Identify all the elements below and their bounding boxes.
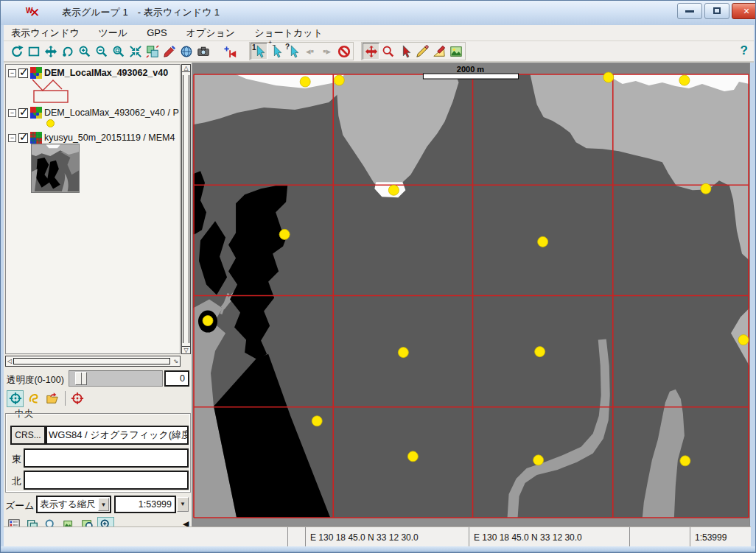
status-scale-cell: 1:53999 [690,527,751,547]
scroll-up-icon[interactable]: △ [182,65,190,72]
horizontal-scroll-thumb[interactable] [13,358,170,364]
menu-tools[interactable]: ツール [97,25,137,41]
scroll-right-icon[interactable]: ⇘ [172,358,180,364]
close-button[interactable]: ✕ [732,3,756,19]
zoom-box-tool-button[interactable] [379,43,396,60]
north-input[interactable] [24,471,189,490]
pan-button[interactable] [42,43,59,60]
east-input[interactable] [24,448,189,468]
transparency-slider-thumb[interactable] [75,372,87,385]
collapse-icon[interactable]: − [8,69,16,77]
zoom-1to1-button[interactable] [127,43,144,60]
layer-label[interactable]: DEM_LocalMax_493062_v40 / P [44,108,179,118]
vertical-scroll-thumb[interactable] [183,75,189,343]
raster-object-icon [30,132,42,144]
zoom-scale-field[interactable]: 1:53999 [114,496,176,513]
raster-thumbnail [31,144,80,193]
crosshair-red-button[interactable] [69,390,85,407]
zoom-mode-dropdown[interactable]: 表示する縮尺 ▼ [36,496,111,513]
map-tool-group [361,42,466,60]
open-position-button[interactable] [43,390,60,407]
layer-row-3[interactable]: − kyusyu_50m_20151119 / MEM4 [7,131,175,144]
chevron-down-icon[interactable]: ▼ [98,498,109,511]
plus-minus-label: ⁺₋ [268,41,276,46]
raster-layer [193,63,749,526]
full-extent-button[interactable] [25,43,42,60]
geolocate-button[interactable] [178,43,195,60]
add-layer-button[interactable] [222,43,239,60]
collapse-icon[interactable]: − [8,109,16,117]
layer-panel: − DEM_LocalMax_493062_v40 − DEM_LocalMax… [4,63,192,526]
menu-bar: 表示ウィンドウ ツール GPS オプション ショートカット [4,25,754,41]
zoom-scale-dropdown-button[interactable]: ▼ [177,497,189,512]
minimize-button[interactable] [677,3,702,19]
snapshot-button[interactable] [195,43,211,60]
window-title: 表示グループ 1 - 表示ウィンドウ 1 [62,6,220,19]
layer-visibility-checkbox[interactable] [18,68,28,78]
step-forward-icon: ▪▸ [323,46,331,57]
status-empty-cell [630,527,690,547]
center-target-button[interactable] [7,390,24,407]
vector-legend [28,78,75,105]
scale-bar-label: 2000 m [457,65,485,74]
scroll-down-icon[interactable]: ▽ [182,346,190,353]
zoom-in-button[interactable] [76,43,93,60]
layer-order-button[interactable] [144,43,161,60]
collapse-icon[interactable]: − [8,134,16,142]
measure-tool-button[interactable] [430,43,447,60]
map-canvas[interactable]: 2000 m [193,63,749,526]
transparency-slider[interactable] [69,370,163,387]
step-forward-button[interactable]: ▪▸ [318,43,335,60]
menu-gps[interactable]: GPS [145,26,175,40]
app-icon: W✕ [26,5,43,21]
status-icon-cell [288,527,306,547]
menu-options[interactable]: オプション [185,25,245,41]
center-group: CRS... WGS84 / ジオグラフィック(緯度経 東 北 [5,413,191,493]
query-cursor-button[interactable]: ? [284,43,301,60]
main-toolbar: 1 ⁺₋ ? ◂▪ ▪▸ ? [4,41,754,63]
center-coordinate-cell: E 130 18 45.0 N 33 12 30.0 [469,527,630,547]
layer-label[interactable]: kyusyu_50m_20151119 / MEM4 [44,133,175,143]
zoom-mode-value: 表示する縮尺 [40,499,96,510]
title-bar[interactable]: W✕ 表示グループ 1 - 表示ウィンドウ 1 ✕ [1,1,755,25]
map-view[interactable]: 2000 m [192,63,750,526]
lasso-button[interactable] [25,390,42,407]
no-tool-button[interactable] [335,43,352,60]
minimize-icon [685,10,694,13]
scroll-left-icon[interactable]: ◁ [6,358,13,364]
close-icon: ✕ [743,7,749,15]
transparency-value-field[interactable]: 0 [164,370,189,387]
menu-display-window[interactable]: 表示ウィンドウ [10,25,88,41]
layer-list-horizontal-scrollbar[interactable]: ◁ ⇘ [5,356,181,367]
layer-list-vertical-scrollbar[interactable]: △ ▽ [181,64,191,354]
plus-minus-cursor-button[interactable]: ⁺₋ [267,43,284,60]
layer-visibility-checkbox[interactable] [18,108,28,118]
redraw-button[interactable] [8,43,25,60]
zoom-full-button[interactable] [110,43,127,60]
menu-shortcuts[interactable]: ショートカット [253,25,332,41]
select-tool-button[interactable]: 1 [251,43,267,60]
zoom-out-button[interactable] [93,43,110,60]
transparency-label: 透明度(0-100) [7,374,64,387]
help-button[interactable]: ? [741,43,748,58]
maximize-icon [713,7,721,14]
cursor-tool-group: 1 ⁺₋ ? ◂▪ ▪▸ [249,42,354,60]
view-image-tool-button[interactable] [447,43,464,60]
crs-value-field[interactable]: WGS84 / ジオグラフィック(緯度経 [46,426,189,445]
east-label: 東 [12,453,21,466]
style-editor-button[interactable] [161,43,178,60]
position-tool-row [7,390,87,407]
select-arrow-tool-button[interactable] [396,43,413,60]
point-legend [46,119,55,127]
layer-label[interactable]: DEM_LocalMax_493062_v40 [44,68,168,78]
sketch-tool-button[interactable] [413,43,430,60]
layer-list[interactable]: − DEM_LocalMax_493062_v40 − DEM_LocalMax… [5,64,181,354]
crs-button[interactable]: CRS... [10,426,46,445]
previous-view-button[interactable] [59,43,76,60]
step-back-button[interactable]: ◂▪ [301,43,318,60]
pan-tool-button[interactable] [363,43,379,60]
vector-object-icon [30,67,42,79]
layer-visibility-checkbox[interactable] [18,133,28,143]
layer-row-2[interactable]: − DEM_LocalMax_493062_v40 / P [7,106,179,119]
maximize-button[interactable] [704,3,729,19]
